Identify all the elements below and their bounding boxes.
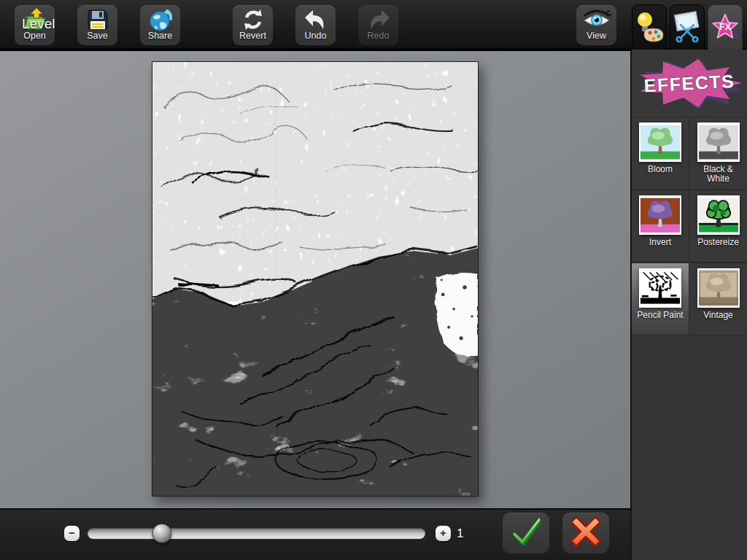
redo-button: Redo xyxy=(358,5,398,45)
tab-paint-tools[interactable] xyxy=(632,4,667,50)
cancel-x-icon xyxy=(570,516,602,551)
tab-crop-tools[interactable] xyxy=(670,4,705,50)
level-slider-thumb[interactable] xyxy=(152,524,171,543)
workspace xyxy=(0,51,630,508)
apply-check-icon xyxy=(509,516,543,551)
vintage-thumbnail-image xyxy=(697,268,740,308)
cancel-effect-button[interactable] xyxy=(562,513,609,553)
effect-vintage[interactable]: Vintage xyxy=(689,262,747,335)
palette-bulb-icon xyxy=(634,10,665,45)
effect-bloom[interactable]: Bloom xyxy=(632,117,689,190)
share-button[interactable]: Share xyxy=(140,5,180,45)
black-white-thumbnail-image xyxy=(697,122,740,162)
level-increase-button[interactable]: + xyxy=(436,526,451,541)
save-button-label: Save xyxy=(87,31,108,41)
effects-grid: Bloom xyxy=(632,117,747,335)
redo-button-label: Redo xyxy=(368,31,390,41)
undo-button[interactable]: Undo xyxy=(295,5,336,45)
effects-panel-banner: EFFECTS xyxy=(632,50,747,117)
level-label: Level xyxy=(22,16,55,32)
effect-label: Black & White xyxy=(692,165,745,184)
view-button-label: View xyxy=(587,31,606,41)
revert-button-label: Revert xyxy=(239,31,266,41)
effect-black-white[interactable]: Black & White xyxy=(689,117,747,190)
svg-text:FX: FX xyxy=(719,21,732,31)
effect-label: Vintage xyxy=(692,311,745,320)
sidebar-tabs: FX xyxy=(632,4,743,51)
level-decrease-button[interactable]: − xyxy=(64,526,80,541)
share-button-label: Share xyxy=(148,31,172,41)
canvas-image[interactable] xyxy=(152,61,479,497)
effect-postereize[interactable]: Postereize xyxy=(689,190,747,262)
pencil-paint-thumbnail-image xyxy=(639,268,681,308)
photo-editor-app: Open Save xyxy=(0,0,747,560)
undo-button-label: Undo xyxy=(305,31,327,41)
invert-thumbnail-image xyxy=(639,195,681,235)
level-slider[interactable] xyxy=(88,528,425,539)
sidebar: FX EFFECTS xyxy=(630,0,747,560)
bloom-thumbnail-image xyxy=(639,122,681,162)
save-button[interactable]: Save xyxy=(77,5,117,45)
effects-panel: EFFECTS xyxy=(630,50,747,560)
undo-arrow-icon xyxy=(303,7,328,33)
pencil-sketch-artwork xyxy=(152,62,478,496)
open-button-label: Open xyxy=(23,31,46,41)
fx-star-icon: FX xyxy=(708,9,742,47)
apply-effect-button[interactable] xyxy=(503,513,549,553)
save-floppy-icon xyxy=(86,7,109,33)
tab-effects[interactable]: FX xyxy=(708,4,743,51)
redo-arrow-icon xyxy=(366,7,391,33)
revert-button[interactable]: Revert xyxy=(233,5,273,45)
effect-pencil-paint[interactable]: Pencil Paint xyxy=(632,262,689,335)
revert-refresh-icon xyxy=(241,7,265,33)
effect-label: Postereize xyxy=(692,238,745,247)
level-value: 1 xyxy=(457,526,463,541)
view-eye-icon xyxy=(581,7,612,33)
crop-scissors-icon xyxy=(672,10,703,45)
effect-label: Invert xyxy=(634,238,686,247)
effect-label: Pencil Paint xyxy=(634,311,686,320)
postereize-thumbnail-image xyxy=(697,195,740,235)
effect-label: Bloom xyxy=(634,165,686,174)
share-globe-icon xyxy=(148,7,173,33)
effect-invert[interactable]: Invert xyxy=(632,190,689,262)
effects-panel-empty-area xyxy=(632,335,747,560)
view-button[interactable]: View xyxy=(576,5,616,45)
